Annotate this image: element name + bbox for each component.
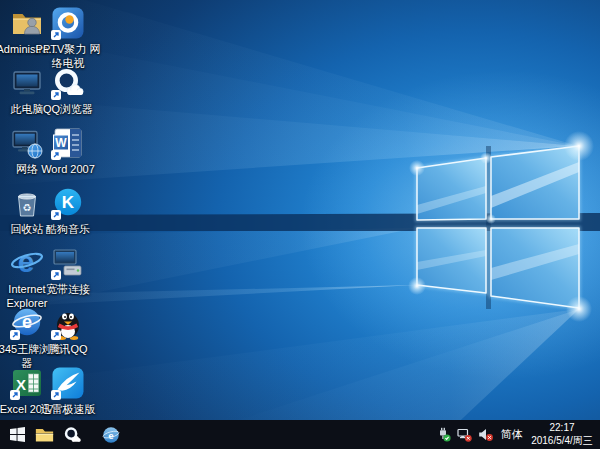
taskbar-2345-browser-button[interactable]: e	[97, 420, 124, 449]
desktop-icon-word-2007[interactable]: W Word 2007	[33, 126, 103, 177]
icon-label: 宽带连接	[46, 283, 90, 297]
shortcut-arrow-icon	[10, 390, 20, 400]
taskbar-clock[interactable]: 22:17 2016/5/4/周三	[531, 422, 593, 447]
shortcut-arrow-icon	[51, 90, 61, 100]
desktop-icon-tencent-qq[interactable]: 腾讯QQ	[33, 306, 103, 357]
shortcut-arrow-icon	[51, 270, 61, 280]
desktop-icon-qq-browser[interactable]: QQ浏览器	[33, 66, 103, 117]
svg-text:♻: ♻	[23, 202, 32, 213]
svg-text:W: W	[55, 136, 67, 150]
2345-browser-icon: e	[102, 426, 120, 444]
ime-indicator[interactable]: 简体	[499, 427, 525, 442]
taskbar: e	[0, 420, 600, 449]
file-explorer-icon	[35, 427, 54, 443]
shortcut-arrow-icon	[51, 30, 61, 40]
taskbar-file-explorer-button[interactable]	[31, 420, 58, 449]
shortcut-arrow-icon	[51, 390, 61, 400]
clock-date: 2016/5/4/周三	[531, 435, 593, 448]
tray-safely-remove-hardware-icon[interactable]	[436, 427, 451, 442]
icon-label: 酷狗音乐	[46, 223, 90, 237]
windows-desktop: Administra... PPTV聚力 网络电视 此电脑	[0, 0, 600, 449]
shortcut-arrow-icon	[51, 330, 61, 340]
tray-volume-muted-icon[interactable]	[478, 427, 493, 442]
icon-label: 迅雷极速版	[41, 403, 96, 417]
desktop-icon-pptv[interactable]: PPTV聚力 网络电视	[33, 6, 103, 71]
desktop-icon-broadband-connection[interactable]: 宽带连接	[33, 246, 103, 297]
clock-time: 22:17	[531, 422, 593, 435]
icon-label: Word 2007	[41, 163, 95, 177]
taskbar-qq-browser-button[interactable]	[58, 420, 85, 449]
system-tray: 简体 22:17 2016/5/4/周三	[436, 422, 596, 447]
qq-browser-icon	[63, 426, 81, 444]
shortcut-arrow-icon	[51, 210, 61, 220]
desktop-icon-area: Administra... PPTV聚力 网络电视 此电脑	[0, 0, 600, 420]
desktop-icon-kugou-music[interactable]: K 酷狗音乐	[33, 186, 103, 237]
start-button[interactable]	[4, 420, 31, 449]
shortcut-arrow-icon	[51, 150, 61, 160]
icon-label: QQ浏览器	[43, 103, 93, 117]
tray-network-disconnected-icon[interactable]	[457, 427, 472, 442]
windows-logo-icon	[10, 427, 25, 442]
icon-label: 腾讯QQ	[48, 343, 87, 357]
shortcut-arrow-icon	[10, 330, 20, 340]
desktop-icon-thunder-speed[interactable]: 迅雷极速版	[33, 366, 103, 417]
svg-text:e: e	[18, 246, 35, 278]
svg-text:K: K	[62, 193, 75, 212]
